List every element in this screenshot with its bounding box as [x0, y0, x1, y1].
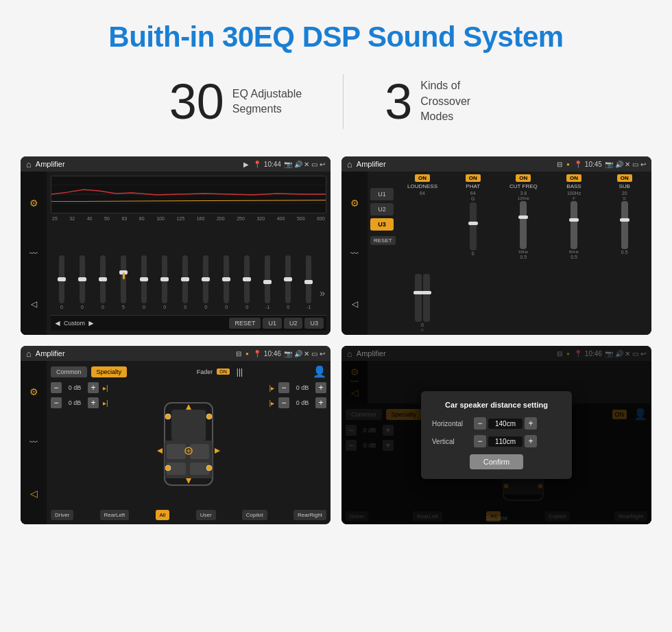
eq-slider-col: 0: [196, 255, 215, 309]
dialog-overlay: Car speaker distance setting Horizontal …: [341, 346, 651, 524]
speaker-icon-3[interactable]: ◁: [30, 488, 38, 499]
eq-slider-col: 0: [237, 255, 256, 309]
eq-slider-track[interactable]: [59, 255, 64, 303]
db3-minus-btn[interactable]: −: [278, 382, 289, 393]
fader-icon: |||: [237, 367, 243, 377]
vertical-plus-btn[interactable]: +: [525, 435, 537, 447]
status-bar-3: ⌂ Amplifier ⊟ ● 📍 10:46 📷 🔊 ✕ ▭ ↩: [21, 346, 331, 361]
driver-btn[interactable]: Driver: [51, 510, 73, 520]
sub-on[interactable]: ON: [617, 174, 632, 182]
svg-point-21: [165, 465, 171, 471]
svg-rect-9: [190, 444, 209, 459]
wave-icon-2[interactable]: 〰: [350, 249, 359, 259]
svg-point-22: [206, 465, 212, 471]
eq-slider-col: 0: [134, 255, 154, 309]
u2-preset-btn[interactable]: U2: [370, 203, 394, 215]
more-sliders-icon: »: [320, 288, 325, 309]
channels-area: ON LOUDNESS 64: [398, 174, 649, 332]
reset-btn[interactable]: RESET: [229, 318, 261, 329]
horizontal-minus-btn[interactable]: −: [474, 417, 486, 430]
prev-preset-btn[interactable]: ◄: [53, 318, 62, 328]
common-btn[interactable]: Common: [51, 366, 87, 377]
confirm-btn[interactable]: Confirm: [470, 454, 524, 469]
horizontal-label: Horizontal: [432, 420, 470, 428]
eq-icon-3[interactable]: ⚙: [29, 386, 38, 397]
channel-phat: ON PHAT 64 G 0: [448, 174, 497, 332]
eq-label: EQ Adjustable Segments: [232, 86, 302, 117]
home-icon-3[interactable]: ⌂: [26, 349, 32, 359]
specialty-btn[interactable]: Specialty: [91, 366, 128, 377]
copilot-btn[interactable]: Copilot: [242, 510, 267, 520]
channel-bass: ON BASS 100Hz F 60Hz: [550, 174, 599, 332]
db-control-4: |▸ − 0 dB +: [269, 397, 326, 408]
rearright-btn[interactable]: RearRight: [293, 510, 326, 520]
svg-point-20: [206, 414, 212, 419]
play-icon: ▶: [243, 161, 249, 168]
fader-main: Common Specialty Fader ON ||| 👤 − 0 dB +: [47, 361, 331, 524]
speaker-icon-2[interactable]: ◁: [352, 299, 358, 309]
u1-btn[interactable]: U1: [263, 318, 282, 329]
screenshots-grid: ⌂ Amplifier ▶ 📍 10:44 📷 🔊 ✕ ▭ ↩ ⚙ 〰 ◁: [0, 150, 672, 538]
speaker-pos-fr: |▸: [269, 384, 274, 392]
fader-on-badge[interactable]: ON: [217, 368, 230, 375]
speaker-icon[interactable]: ◁: [31, 299, 37, 309]
loudness-label: LOUDNESS: [407, 183, 437, 189]
person-icon: 👤: [313, 365, 326, 378]
eq-icon[interactable]: ⚙: [29, 198, 38, 209]
record-icon-3: ⊟: [236, 350, 241, 358]
crossover-label: Kinds of Crossover Modes: [420, 78, 503, 124]
eq-slider-col: 0: [217, 255, 236, 309]
horizontal-plus-btn[interactable]: +: [525, 417, 537, 430]
wave-icon[interactable]: 〰: [29, 249, 38, 259]
home-icon[interactable]: ⌂: [26, 159, 32, 169]
channel-cutfreq: ON CUT FREQ 3.8 125Hz 60Hz: [499, 174, 548, 332]
wave-icon-3[interactable]: 〰: [29, 438, 38, 447]
time-3: 10:46: [264, 350, 281, 358]
db3-value: 0 dB: [292, 384, 313, 391]
db2-plus-btn[interactable]: +: [88, 397, 99, 408]
svg-rect-0: [51, 176, 326, 213]
status-icons-3: 📍 10:46 📷 🔊 ✕ ▭ ↩: [253, 350, 325, 358]
next-preset-btn[interactable]: ►: [87, 318, 95, 328]
time-1: 10:44: [264, 161, 281, 168]
loudness-on[interactable]: ON: [415, 174, 430, 182]
u3-btn[interactable]: U3: [304, 318, 324, 329]
eq-slider-col: 0: [52, 255, 71, 309]
horizontal-input-group: − 140cm +: [474, 417, 537, 430]
xover-main: U1 U2 U3 RESET ON LOUDNESS 64: [368, 172, 651, 335]
speaker-pos-rl: ▸|: [103, 399, 108, 407]
home-icon-2[interactable]: ⌂: [347, 159, 352, 169]
eq-main: 25 32 40 50 63 80 100 125 160 200 250 32…: [47, 172, 331, 335]
db4-minus-btn[interactable]: −: [278, 397, 289, 408]
rearleft-btn[interactable]: RearLeft: [100, 510, 130, 520]
xover-reset-btn[interactable]: RESET: [370, 236, 396, 245]
fader-buttons: Driver RearLeft All User Copilot RearRig…: [51, 510, 326, 520]
cutfreq-label: CUT FREQ: [509, 183, 538, 189]
xover-layout: U1 U2 U3 RESET ON LOUDNESS 64: [370, 174, 649, 332]
db2-minus-btn[interactable]: −: [51, 397, 62, 408]
eq-bottom-bar: ◄ Custom ► RESET U1 U2 U3: [51, 315, 326, 331]
u2-btn[interactable]: U2: [284, 318, 303, 329]
xover-sidebar: ⚙ 〰 ◁: [341, 172, 368, 335]
u3-preset-btn[interactable]: U3: [370, 218, 394, 231]
eq-icon-2[interactable]: ⚙: [350, 198, 359, 209]
screen3-title: Amplifier: [36, 349, 232, 358]
sub-label: SUB: [619, 183, 629, 189]
bass-on[interactable]: ON: [566, 174, 581, 182]
eq-stat: 30 EQ Adjustable Segments: [128, 77, 344, 126]
phat-on[interactable]: ON: [466, 174, 481, 182]
u1-preset-btn[interactable]: U1: [370, 188, 394, 200]
db4-plus-btn[interactable]: +: [315, 397, 326, 408]
db1-plus-btn[interactable]: +: [88, 382, 99, 393]
db3-plus-btn[interactable]: +: [315, 382, 326, 393]
cutfreq-on[interactable]: ON: [516, 174, 531, 182]
screen-crossover: ⌂ Amplifier ⊟ ● 📍 10:45 📷 🔊 ✕ ▭ ↩ ⚙ 〰 ◁ …: [341, 156, 651, 335]
stats-row: 30 EQ Adjustable Segments 3 Kinds of Cro…: [0, 60, 672, 150]
eq-number: 30: [169, 77, 224, 126]
db1-value: 0 dB: [64, 384, 85, 391]
all-btn[interactable]: All: [156, 510, 170, 520]
channel-sub: ON SUB 20 G 0.5: [600, 174, 649, 332]
db1-minus-btn[interactable]: −: [51, 382, 62, 393]
user-btn[interactable]: User: [196, 510, 216, 520]
vertical-minus-btn[interactable]: −: [474, 435, 486, 447]
